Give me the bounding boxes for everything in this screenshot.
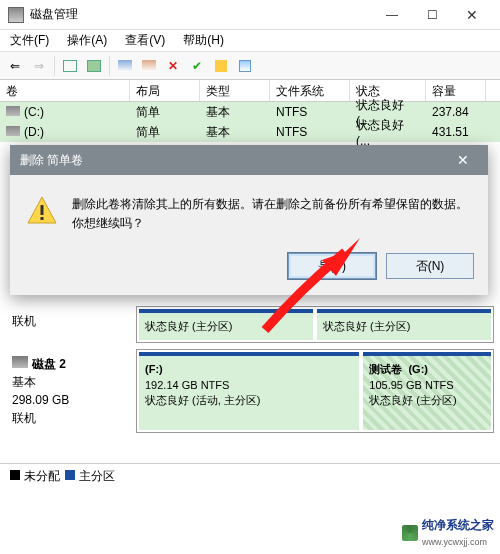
watermark-text: 纯净系统之家 (422, 518, 494, 532)
disk-online: 联机 (12, 409, 130, 427)
cell-layout: 简单 (130, 104, 200, 121)
partition[interactable]: 状态良好 (主分区) (317, 309, 491, 340)
cell-capacity: 431.51 (426, 125, 486, 139)
menu-view[interactable]: 查看(V) (121, 30, 169, 51)
toolbar: ⇐ ⇒ ✕ ✔ (0, 52, 500, 80)
volume-icon (6, 126, 20, 136)
cell-type: 基本 (200, 104, 270, 121)
partition-status: 状态良好 (主分区) (145, 319, 307, 334)
partition-letter: (G:) (408, 363, 428, 375)
disk-graphical-view: 联机 状态良好 (主分区) 状态良好 (主分区) 磁盘 2 基本 298.09 … (0, 302, 500, 443)
window-title: 磁盘管理 (30, 6, 372, 23)
svg-rect-2 (41, 217, 44, 220)
disk-block: 磁盘 2 基本 298.09 GB 联机 (F:) 192.14 GB NTFS… (6, 349, 494, 433)
minimize-button[interactable]: — (372, 1, 412, 29)
window-titlebar: 磁盘管理 — ☐ ✕ (0, 0, 500, 30)
warning-icon (26, 195, 58, 227)
legend-unallocated: 未分配 (24, 469, 60, 483)
toolbar-icon-3[interactable] (114, 55, 136, 77)
partition-letter: (F:) (145, 363, 163, 375)
col-type[interactable]: 类型 (200, 80, 270, 101)
cell-fs: NTFS (270, 105, 350, 119)
toolbar-separator (109, 56, 110, 76)
properties-icon[interactable] (234, 55, 256, 77)
dialog-yes-button[interactable]: 是(Y) (288, 253, 376, 279)
toolbar-icon-4[interactable] (138, 55, 160, 77)
volume-letter: (D:) (24, 125, 44, 139)
disk-block: 联机 状态良好 (主分区) 状态良好 (主分区) (6, 306, 494, 343)
partition-status: 状态良好 (主分区) (323, 319, 485, 334)
dialog-titlebar: 删除 简单卷 ✕ (10, 145, 488, 175)
partition-label: 测试卷 (369, 363, 402, 375)
menu-help[interactable]: 帮助(H) (179, 30, 228, 51)
toolbar-icon-2[interactable] (83, 55, 105, 77)
legend: 未分配 主分区 (0, 463, 500, 489)
watermark-icon (402, 525, 418, 541)
cell-fs: NTFS (270, 125, 350, 139)
watermark: 纯净系统之家 www.ycwxjj.com (402, 517, 494, 548)
col-layout[interactable]: 布局 (130, 80, 200, 101)
close-button[interactable]: ✕ (452, 1, 492, 29)
dialog-title: 删除 简单卷 (20, 152, 83, 169)
disk-name: 磁盘 2 (32, 357, 66, 371)
delete-icon[interactable]: ✕ (162, 55, 184, 77)
app-icon (8, 7, 24, 23)
volume-letter: (C:) (24, 105, 44, 119)
partition-info: 105.95 GB NTFS (369, 378, 485, 393)
dialog-message: 删除此卷将清除其上的所有数据。请在删除之前备份所有希望保留的数据。你想继续吗？ (72, 195, 472, 233)
disk-online: 联机 (12, 312, 130, 330)
disk-size: 298.09 GB (12, 391, 130, 409)
maximize-button[interactable]: ☐ (412, 1, 452, 29)
disk-info: 联机 (6, 306, 136, 343)
legend-swatch-primary (65, 470, 75, 480)
dialog-close-button[interactable]: ✕ (448, 152, 478, 168)
disk-info: 磁盘 2 基本 298.09 GB 联机 (6, 349, 136, 433)
col-filesystem[interactable]: 文件系统 (270, 80, 350, 101)
cell-layout: 简单 (130, 124, 200, 141)
forward-button[interactable]: ⇒ (28, 55, 50, 77)
disk-icon (12, 356, 28, 368)
toolbar-icon-5[interactable]: ✔ (186, 55, 208, 77)
disk-type: 基本 (12, 373, 130, 391)
cell-status: 状态良好 (... (350, 117, 426, 148)
svg-rect-1 (41, 205, 44, 215)
volume-row[interactable]: (D:) 简单 基本 NTFS 状态良好 (... 431.51 (0, 122, 500, 142)
toolbar-icon-6[interactable] (210, 55, 232, 77)
toolbar-icon-1[interactable] (59, 55, 81, 77)
cell-capacity: 237.84 (426, 105, 486, 119)
partition[interactable]: 状态良好 (主分区) (139, 309, 313, 340)
partition-g[interactable]: 测试卷 (G:) 105.95 GB NTFS 状态良好 (主分区) (363, 352, 491, 430)
menu-file[interactable]: 文件(F) (6, 30, 53, 51)
partition-info: 192.14 GB NTFS (145, 378, 353, 393)
watermark-url: www.ycwxjj.com (422, 537, 487, 547)
toolbar-separator (54, 56, 55, 76)
back-button[interactable]: ⇐ (4, 55, 26, 77)
legend-primary: 主分区 (79, 469, 115, 483)
menu-bar: 文件(F) 操作(A) 查看(V) 帮助(H) (0, 30, 500, 52)
legend-swatch-unallocated (10, 470, 20, 480)
partition-f[interactable]: (F:) 192.14 GB NTFS 状态良好 (活动, 主分区) (139, 352, 359, 430)
volume-icon (6, 106, 20, 116)
cell-type: 基本 (200, 124, 270, 141)
dialog-no-button[interactable]: 否(N) (386, 253, 474, 279)
partition-status: 状态良好 (活动, 主分区) (145, 393, 353, 408)
col-volume[interactable]: 卷 (0, 80, 130, 101)
col-capacity[interactable]: 容量 (426, 80, 486, 101)
menu-action[interactable]: 操作(A) (63, 30, 111, 51)
delete-volume-dialog: 删除 简单卷 ✕ 删除此卷将清除其上的所有数据。请在删除之前备份所有希望保留的数… (10, 145, 488, 295)
partition-status: 状态良好 (主分区) (369, 393, 485, 408)
